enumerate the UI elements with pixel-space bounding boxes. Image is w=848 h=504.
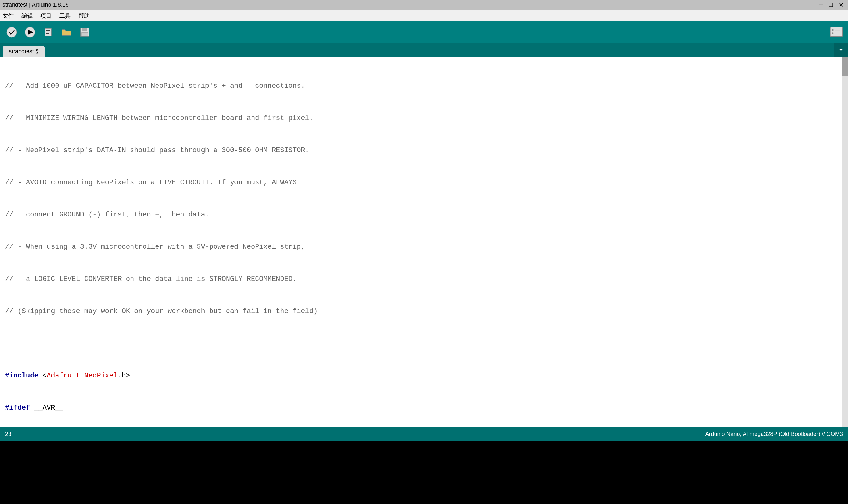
close-button[interactable]: ✕	[837, 2, 846, 8]
code-content: // - Add 1000 uF CAPACITOR between NeoPi…	[0, 57, 848, 427]
active-tab[interactable]: strandtest §	[2, 47, 45, 57]
console-area	[0, 441, 848, 504]
save-button[interactable]	[77, 24, 93, 40]
svg-rect-9	[82, 32, 88, 36]
menu-file[interactable]: 文件	[2, 12, 14, 20]
code-line: #ifdef __AVR__	[5, 403, 843, 413]
verify-button[interactable]	[4, 24, 20, 40]
svg-point-11	[832, 29, 834, 31]
svg-point-0	[7, 27, 17, 37]
svg-rect-3	[45, 29, 51, 36]
code-line: #include <Adafruit_NeoPixel.h>	[5, 371, 843, 381]
code-line: // - NeoPixel strip's DATA-IN should pas…	[5, 145, 843, 156]
menu-project[interactable]: 项目	[40, 12, 52, 20]
menu-help[interactable]: 帮助	[78, 12, 90, 20]
scrollbar[interactable]	[842, 57, 848, 427]
svg-rect-10	[830, 27, 843, 37]
code-line: // connect GROUND (-) first, then +, the…	[5, 210, 843, 220]
open-button[interactable]	[59, 24, 74, 40]
svg-rect-8	[83, 28, 87, 31]
code-editor[interactable]: // - Add 1000 uF CAPACITOR between NeoPi…	[0, 57, 848, 427]
board-info: Arduino Nano, ATmega328P (Old Bootloader…	[705, 431, 843, 437]
tab-dropdown-button[interactable]	[834, 43, 848, 57]
minimize-button[interactable]: ─	[817, 2, 825, 8]
line-number: 23	[5, 431, 11, 437]
serial-monitor-button[interactable]	[828, 24, 844, 40]
status-bar: 23 Arduino Nano, ATmega328P (Old Bootloa…	[0, 427, 848, 441]
window-title: strandtest | Arduino 1.8.19	[2, 2, 69, 8]
maximize-button[interactable]: □	[827, 2, 834, 8]
code-line	[5, 338, 843, 349]
scrollbar-thumb[interactable]	[842, 57, 848, 76]
code-line: // (Skipping these may work OK on your w…	[5, 306, 843, 317]
code-line: // a LOGIC-LEVEL CONVERTER on the data l…	[5, 274, 843, 285]
new-button[interactable]	[40, 24, 56, 40]
toolbar-right	[828, 24, 844, 40]
menu-bar: 文件 编辑 项目 工具 帮助	[0, 10, 848, 21]
svg-point-13	[832, 32, 834, 34]
code-line: // - Add 1000 uF CAPACITOR between NeoPi…	[5, 81, 843, 91]
code-line: // - When using a 3.3V microcontroller w…	[5, 242, 843, 252]
code-line: // - AVOID connecting NeoPixels on a LIV…	[5, 177, 843, 188]
upload-button[interactable]	[22, 24, 38, 40]
menu-edit[interactable]: 编辑	[21, 12, 33, 20]
tab-label: strandtest §	[9, 48, 38, 55]
code-line: // - MINIMIZE WIRING LENGTH between micr…	[5, 113, 843, 124]
toolbar	[0, 21, 848, 43]
tab-bar: strandtest §	[0, 43, 848, 57]
menu-tools[interactable]: 工具	[59, 12, 71, 20]
window-controls: ─ □ ✕	[817, 2, 846, 8]
svg-marker-15	[839, 49, 843, 51]
